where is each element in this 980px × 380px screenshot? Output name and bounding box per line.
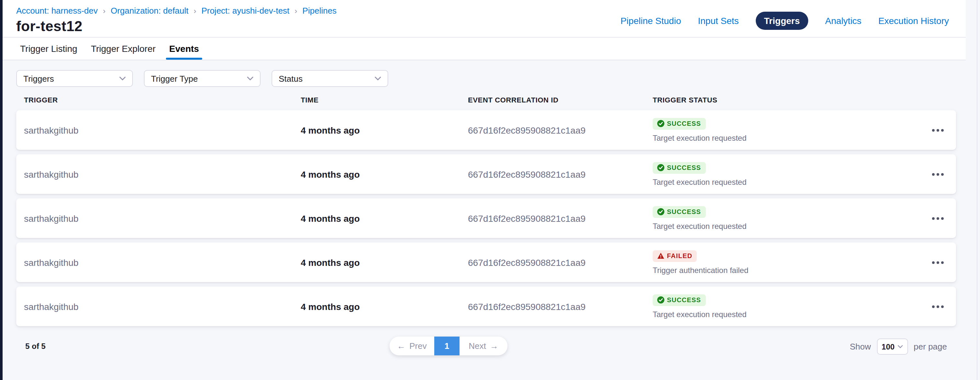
trigger-status-cell: SUCCESS Target execution requested [653,118,920,142]
results-count: 5 of 5 [25,342,46,351]
more-options-button[interactable] [920,110,956,150]
event-time: 4 months ago [301,169,468,179]
more-options-button[interactable] [920,198,956,238]
page-size-value: 100 [881,342,894,351]
nav-triggers-link-active[interactable]: Triggers [756,12,808,30]
trigger-status-cell: SUCCESS Target execution requested [653,294,920,319]
ellipsis-icon [932,173,935,176]
nav-pipeline-studio-link[interactable]: Pipeline Studio [620,16,681,26]
ellipsis-icon [932,305,935,308]
pipeline-top-nav: Pipeline Studio Input Sets Triggers Anal… [620,12,949,30]
ellipsis-icon [941,217,944,219]
trigger-type-filter-dropdown[interactable]: Trigger Type [144,70,261,87]
ellipsis-icon [932,129,935,131]
table-row[interactable]: sarthakgithub 4 months ago 667d16f2ec895… [16,110,956,150]
tab-trigger-explorer[interactable]: Trigger Explorer [91,38,156,60]
check-circle-icon [657,208,664,215]
event-correlation-id: 667d16f2ec895908821c1aa9 [468,257,653,268]
ellipsis-icon [937,217,939,219]
check-circle-icon [657,164,664,171]
trigger-status-cell: FAILED Trigger authentication failed [653,250,920,275]
per-page-label: per page [913,342,947,351]
trigger-status-cell: SUCCESS Target execution requested [653,162,920,187]
event-correlation-id: 667d16f2ec895908821c1aa9 [468,169,653,179]
check-circle-icon [657,120,664,127]
breadcrumb-project-link[interactable]: Project: ayushi-dev-test [201,6,290,16]
nav-execution-history-link[interactable]: Execution History [878,16,949,26]
trigger-name: sarthakgithub [24,125,301,135]
show-label: Show [850,342,871,351]
status-badge: SUCCESS [653,206,705,217]
event-correlation-id: 667d16f2ec895908821c1aa9 [468,213,653,224]
ellipsis-icon [932,217,935,219]
more-options-button[interactable] [920,243,956,282]
event-rows: sarthakgithub 4 months ago 667d16f2ec895… [16,110,980,326]
status-detail-text: Target execution requested [653,222,747,230]
table-header-row: TRIGGER TIME EVENT CORRELATION ID TRIGGE… [16,96,956,104]
ellipsis-icon [941,129,944,131]
triggers-filter-label: Triggers [23,73,54,83]
status-badge-label: SUCCESS [667,296,701,303]
trigger-tabs: Trigger Listing Trigger Explorer Events [3,37,966,60]
ellipsis-icon [937,173,939,176]
arrow-right-icon: → [490,341,498,351]
event-time: 4 months ago [301,301,468,311]
trigger-name: sarthakgithub [24,301,301,311]
table-row[interactable]: sarthakgithub 4 months ago 667d16f2ec895… [16,287,956,326]
check-circle-icon [657,296,664,303]
triggers-filter-dropdown[interactable]: Triggers [16,70,133,87]
next-label: Next [469,341,486,351]
events-content: Triggers Trigger Type Status [3,60,980,366]
next-page-button[interactable]: Next → [460,337,508,355]
ellipsis-icon [941,173,944,176]
status-badge: SUCCESS [653,294,705,306]
tab-events[interactable]: Events [169,38,199,60]
column-header-trigger-status: TRIGGER STATUS [653,96,920,104]
breadcrumb-separator-icon: › [194,6,196,15]
status-detail-text: Target execution requested [653,310,747,319]
tab-trigger-listing[interactable]: Trigger Listing [20,38,77,60]
nav-analytics-link[interactable]: Analytics [825,16,861,26]
prev-page-button[interactable]: ← Prev [390,337,434,355]
table-row[interactable]: sarthakgithub 4 months ago 667d16f2ec895… [16,243,956,282]
more-options-button[interactable] [920,154,956,194]
pagination-bar: 5 of 5 ← Prev 1 Next → Show 100 [3,337,980,366]
status-filter-dropdown[interactable]: Status [272,70,388,87]
trigger-name: sarthakgithub [24,213,301,224]
warning-triangle-icon [657,252,664,259]
event-correlation-id: 667d16f2ec895908821c1aa9 [468,301,653,311]
breadcrumb-account-link[interactable]: Account: harness-dev [16,6,97,16]
status-filter-label: Status [279,73,303,83]
page-1-button[interactable]: 1 [434,337,460,355]
arrow-left-icon: ← [397,341,406,351]
status-badge-label: SUCCESS [667,208,701,215]
status-badge-label: SUCCESS [667,120,701,127]
breadcrumb-separator-icon: › [103,6,105,15]
table-row[interactable]: sarthakgithub 4 months ago 667d16f2ec895… [16,198,956,238]
column-header-event-correlation-id: EVENT CORRELATION ID [468,96,653,104]
ellipsis-icon [937,305,939,308]
breadcrumb-pipelines-link[interactable]: Pipelines [302,6,337,16]
status-detail-text: Target execution requested [653,133,747,142]
column-header-trigger: TRIGGER [24,96,301,104]
trigger-name: sarthakgithub [24,169,301,179]
page-size-dropdown[interactable]: 100 [877,338,908,355]
status-detail-text: Target execution requested [653,177,747,187]
filter-bar: Triggers Trigger Type Status [16,70,980,87]
column-header-time: TIME [301,96,468,104]
more-options-button[interactable] [920,287,956,326]
status-badge: SUCCESS [653,162,705,174]
status-detail-text: Trigger authentication failed [653,265,748,275]
breadcrumb-organization-link[interactable]: Organization: default [110,6,188,16]
chevron-down-icon [119,77,126,80]
triggers-events-page: Account: harness-dev › Organization: def… [0,0,980,380]
ellipsis-icon [937,129,939,131]
nav-input-sets-link[interactable]: Input Sets [698,16,738,26]
ellipsis-icon [941,305,944,308]
chevron-down-icon [247,77,253,80]
chevron-down-icon [375,77,381,80]
prev-label: Prev [409,341,426,351]
trigger-status-cell: SUCCESS Target execution requested [653,206,920,230]
trigger-name: sarthakgithub [24,257,301,268]
table-row[interactable]: sarthakgithub 4 months ago 667d16f2ec895… [16,154,956,194]
